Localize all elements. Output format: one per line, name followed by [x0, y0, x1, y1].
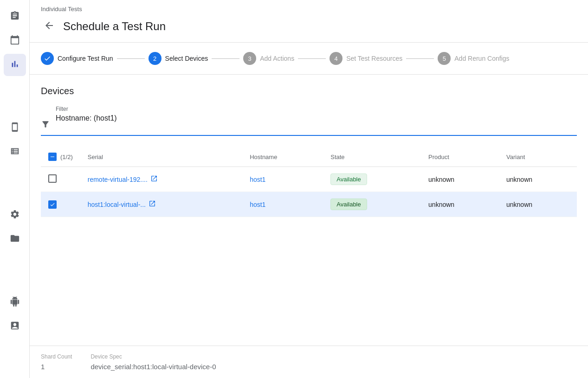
breadcrumb: Individual Tests: [30, 0, 588, 14]
page-header: Schedule a Test Run: [30, 14, 588, 43]
filter-label: Filter: [56, 106, 117, 112]
col-serial: Serial: [80, 147, 242, 167]
sidebar-item-folder[interactable]: [4, 228, 26, 250]
row2-product: unknown: [421, 192, 499, 217]
main-content: Individual Tests Schedule a Test Run Con…: [30, 0, 588, 378]
row1-product: unknown: [421, 167, 499, 192]
row2-serial: host1:local-virtual-...: [80, 192, 242, 217]
step-4: 4 Set Test Resources: [330, 52, 402, 65]
step-5-label: Add Rerun Configs: [454, 55, 509, 62]
filter-content: Filter Hostname: (host1): [56, 106, 117, 122]
sidebar-item-grid[interactable]: [4, 141, 26, 163]
sidebar-item-clipboard[interactable]: [4, 6, 26, 28]
step-connector-3: [298, 58, 326, 59]
shard-count-field: Shard Count 1: [41, 353, 72, 371]
calendar-icon: [10, 35, 20, 47]
step-connector-4: [406, 58, 434, 59]
row2-state: Available: [323, 192, 421, 217]
row1-checkbox-cell[interactable]: [41, 167, 80, 192]
clipboard-icon: [10, 11, 20, 23]
step-connector-2: [212, 58, 239, 59]
row1-hostname: host1: [242, 167, 323, 192]
filter-container[interactable]: Filter Hostname: (host1): [41, 106, 577, 136]
row1-serial: remote-virtual-192....: [80, 167, 242, 192]
sidebar-item-android[interactable]: [4, 291, 26, 314]
grid-icon: [10, 146, 20, 159]
sidebar-item-monitor[interactable]: [4, 315, 26, 338]
devices-section-title: Devices: [41, 86, 577, 96]
row2-checkbox[interactable]: [48, 200, 57, 209]
step-3-label: Add Actions: [260, 55, 294, 62]
bottom-panel: Shard Count 1 Device Spec device_serial:…: [30, 346, 588, 378]
filter-value: Hostname: (host1): [56, 114, 117, 122]
col-state: State: [323, 147, 421, 167]
row1-serial-link[interactable]: remote-virtual-192....: [88, 175, 235, 184]
row1-state-badge: Available: [330, 173, 367, 185]
row1-state: Available: [323, 167, 421, 192]
device-spec-value: device_serial:host1:local-virtual-device…: [90, 363, 216, 371]
back-button[interactable]: [41, 18, 58, 35]
bar-chart-icon: [10, 59, 20, 71]
android-icon: [10, 296, 20, 309]
phone-icon: [10, 122, 20, 135]
settings-icon: [10, 209, 20, 222]
row2-state-badge: Available: [330, 199, 367, 210]
row2-host-link[interactable]: host1: [250, 201, 265, 208]
table-header: (1/2) Serial Hostname State Product Vari…: [41, 147, 577, 167]
step-1: Configure Test Run: [41, 52, 113, 65]
step-5-circle: 5: [438, 52, 451, 65]
shard-count-label: Shard Count: [41, 353, 72, 360]
step-3: 3 Add Actions: [243, 52, 294, 65]
step-3-circle: 3: [243, 52, 256, 65]
sidebar: [0, 0, 30, 378]
table-row[interactable]: remote-virtual-192.... host1 Available u…: [41, 167, 577, 192]
sidebar-item-calendar[interactable]: [4, 30, 26, 52]
stepper: Configure Test Run 2 Select Devices 3 Ad…: [30, 43, 588, 75]
select-all-checkbox[interactable]: [48, 153, 57, 161]
back-arrow-icon: [44, 20, 55, 33]
content-area: Devices Filter Hostname: (host1): [30, 75, 588, 346]
page-title: Schedule a Test Run: [63, 20, 166, 33]
step-2: 2 Select Devices: [149, 52, 208, 65]
row2-checkbox-cell[interactable]: [41, 192, 80, 217]
device-spec-label: Device Spec: [90, 353, 216, 360]
col-hostname: Hostname: [242, 147, 323, 167]
row1-checkbox[interactable]: [48, 174, 57, 183]
col-product: Product: [421, 147, 499, 167]
row2-serial-link[interactable]: host1:local-virtual-...: [88, 200, 235, 209]
sidebar-item-phone[interactable]: [4, 117, 26, 139]
step-2-circle: 2: [149, 52, 162, 65]
folder-icon: [10, 233, 20, 246]
select-count: (1/2): [60, 154, 73, 160]
external-link-icon: [149, 200, 156, 209]
table-row[interactable]: host1:local-virtual-... host1 Available …: [41, 192, 577, 217]
step-4-circle: 4: [330, 52, 342, 65]
devices-table: (1/2) Serial Hostname State Product Vari…: [41, 147, 577, 217]
sidebar-item-chart[interactable]: [4, 54, 26, 76]
external-link-icon: [150, 175, 158, 184]
step-connector-1: [117, 58, 145, 59]
row2-hostname: host1: [242, 192, 323, 217]
device-spec-field: Device Spec device_serial:host1:local-vi…: [90, 353, 216, 371]
monitor-icon: [10, 320, 20, 333]
step-2-label: Select Devices: [165, 55, 208, 62]
shard-count-value: 1: [41, 363, 72, 371]
row1-variant: unknown: [499, 167, 577, 192]
step-1-circle: [41, 52, 54, 65]
filter-icon: [41, 113, 50, 131]
col-select: (1/2): [41, 147, 80, 167]
step-1-label: Configure Test Run: [58, 55, 113, 62]
step-5: 5 Add Rerun Configs: [438, 52, 509, 65]
sidebar-item-settings[interactable]: [4, 204, 26, 226]
col-variant: Variant: [499, 147, 577, 167]
step-4-label: Set Test Resources: [346, 55, 402, 62]
table-body: remote-virtual-192.... host1 Available u…: [41, 167, 577, 217]
row1-host-link[interactable]: host1: [250, 176, 265, 183]
row2-variant: unknown: [499, 192, 577, 217]
